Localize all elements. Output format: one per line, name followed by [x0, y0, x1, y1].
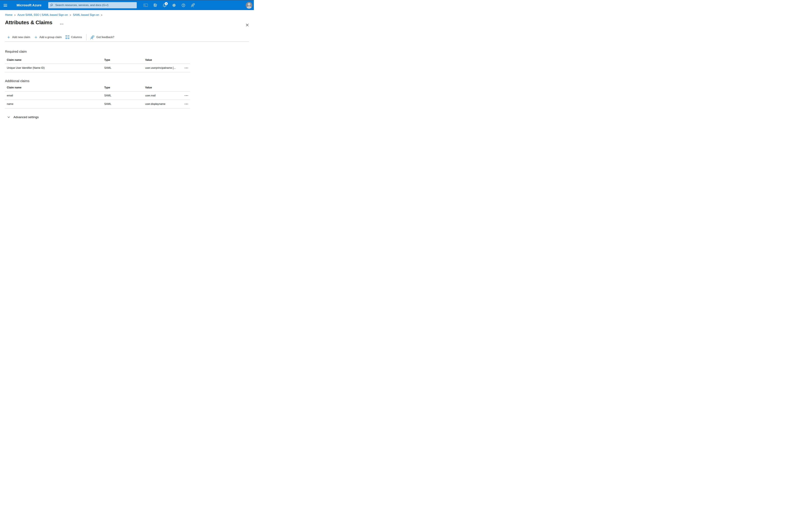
toolbar-item-label: Columns [71, 35, 82, 39]
additional-claims-heading: Additional claims [5, 79, 254, 83]
table-header-row: Claim name Type Value [5, 56, 190, 64]
claim-name-cell: Unique User Identifier (Name ID) [5, 66, 104, 70]
directory-filter-icon [153, 3, 157, 7]
hamburger-menu-button[interactable] [0, 0, 11, 10]
claim-type-cell: SAML [104, 66, 145, 70]
feedback-person-icon [90, 35, 94, 39]
row-menu-button[interactable] [184, 103, 190, 106]
breadcrumb-link-sso-app[interactable]: Azure SAML SSO | SAML-based Sign-on [18, 13, 68, 17]
breadcrumb-separator-icon: > [14, 13, 16, 17]
breadcrumb-link-saml-signon[interactable]: SAML-based Sign-on [73, 13, 99, 17]
avatar-torso-silhouette [246, 6, 252, 9]
toolbar-divider-vertical [86, 34, 87, 40]
claim-value-cell: user.mail [145, 94, 181, 97]
toolbar-divider-horizontal [5, 42, 249, 42]
toolbar-item-label: Add new claim [12, 35, 30, 39]
columns-button[interactable]: Columns [64, 35, 84, 39]
toolbar-item-label: Add a group claim [39, 35, 62, 39]
columns-icon [65, 35, 69, 39]
column-header-value: Value [145, 86, 181, 89]
avatar-head-silhouette [248, 3, 251, 6]
advanced-settings-expander[interactable]: Advanced settings [0, 115, 39, 119]
cloud-shell-button[interactable]: >_ [143, 2, 149, 9]
row-menu-button[interactable] [184, 94, 190, 97]
claim-type-cell: SAML [104, 94, 145, 97]
additional-claims-table: Claim name Type Value email SAML user.ma… [5, 84, 190, 108]
add-new-claim-button[interactable]: Add new claim [5, 35, 32, 39]
breadcrumb-link-home[interactable]: Home [5, 13, 12, 17]
notification-badge: 6 [165, 2, 168, 5]
table-row[interactable]: email SAML user.mail [5, 91, 190, 100]
feedback-button[interactable] [190, 2, 196, 9]
gear-icon [172, 3, 176, 7]
search-icon [50, 4, 53, 7]
plus-icon [7, 36, 10, 38]
column-header-claim-name: Claim name [5, 58, 104, 61]
got-feedback-button[interactable]: Got feedback? [88, 35, 117, 39]
row-menu-button[interactable] [184, 66, 190, 70]
claim-value-cell: user.displayname [145, 103, 181, 106]
settings-button[interactable] [171, 2, 177, 9]
claim-value-cell: user.userprincipalname [... [145, 66, 181, 70]
required-claim-heading: Required claim [5, 49, 254, 54]
breadcrumb-separator-icon: > [101, 13, 102, 17]
breadcrumb-separator-icon: > [70, 13, 71, 17]
column-header-value: Value [145, 58, 181, 61]
notifications-button[interactable]: 6 [162, 2, 168, 9]
ellipsis-dot [60, 24, 61, 24]
claim-type-cell: SAML [104, 103, 145, 106]
svg-text:?: ? [183, 4, 184, 6]
ellipsis-dot [62, 24, 63, 24]
search-input[interactable] [55, 3, 135, 7]
hamburger-icon [4, 4, 7, 6]
directory-filter-button[interactable] [152, 2, 158, 9]
ellipsis-dot [61, 24, 62, 24]
help-icon: ? [181, 3, 185, 7]
column-header-claim-name: Claim name [5, 86, 104, 89]
avatar[interactable] [246, 2, 252, 9]
add-group-claim-button[interactable]: Add a group claim [32, 35, 64, 39]
column-header-type: Type [104, 58, 145, 61]
table-header-row: Claim name Type Value [5, 84, 190, 91]
page-title: Attributes & Claims [5, 19, 52, 26]
page-header: Attributes & Claims [5, 19, 254, 26]
plus-icon [35, 36, 37, 38]
toolbar-item-label: Got feedback? [96, 35, 114, 39]
topbar-icon-group: >_ 6 [143, 2, 196, 9]
cloud-shell-icon: >_ [144, 4, 148, 7]
breadcrumb: Home > Azure SAML SSO | SAML-based Sign-… [5, 13, 254, 17]
table-row[interactable]: Unique User Identifier (Name ID) SAML us… [5, 64, 190, 72]
help-button[interactable]: ? [180, 2, 186, 9]
brand-title[interactable]: Microsoft Azure [17, 3, 41, 7]
claim-name-cell: email [5, 94, 104, 97]
claim-name-cell: name [5, 103, 104, 106]
table-row[interactable]: name SAML user.displayname [5, 100, 190, 108]
feedback-person-icon [191, 3, 195, 7]
toolbar: Add new claim Add a group claim Columns … [5, 34, 254, 40]
topbar: Microsoft Azure >_ 6 [0, 0, 254, 10]
column-header-type: Type [104, 86, 145, 89]
required-claims-table: Claim name Type Value Unique User Identi… [5, 56, 190, 72]
global-search-box[interactable] [48, 2, 137, 8]
page-context-menu-button[interactable] [59, 23, 64, 25]
close-button[interactable] [243, 21, 247, 25]
chevron-down-icon [7, 116, 10, 118]
advanced-settings-label: Advanced settings [13, 115, 39, 119]
